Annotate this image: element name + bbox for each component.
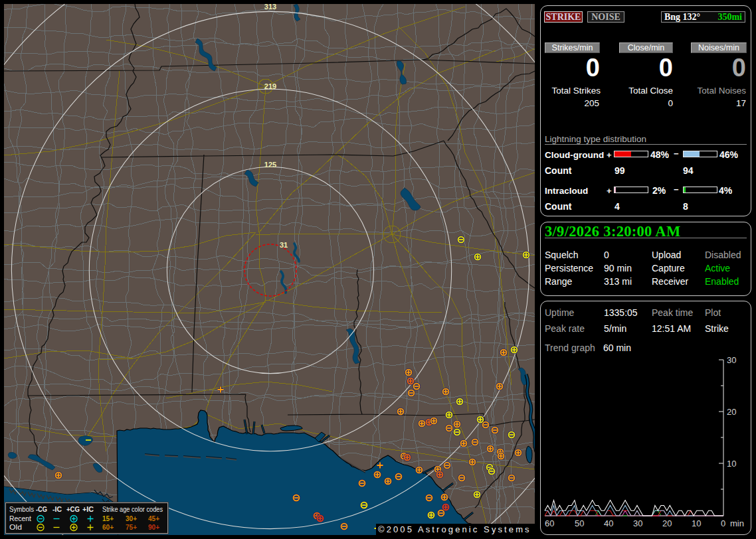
svg-text:15+: 15+: [102, 514, 114, 522]
svg-text:60+: 60+: [102, 523, 114, 531]
svg-text:+CG: +CG: [66, 505, 80, 513]
svg-text:60: 60: [545, 518, 554, 528]
svg-text:10: 10: [727, 459, 736, 469]
svg-text:+IC: +IC: [82, 505, 94, 513]
svg-text:min: min: [730, 518, 744, 528]
svg-text:-CG: -CG: [36, 505, 47, 513]
svg-text:Recent: Recent: [9, 514, 31, 522]
svg-text:Symbols: Symbols: [9, 505, 34, 513]
svg-text:50: 50: [575, 518, 584, 528]
svg-text:30: 30: [727, 355, 736, 365]
svg-text:40: 40: [604, 518, 613, 528]
svg-text:125: 125: [264, 161, 276, 169]
svg-text:20: 20: [727, 407, 736, 417]
svg-text:31: 31: [280, 241, 288, 249]
svg-text:Strike age color codes: Strike age color codes: [102, 505, 163, 513]
svg-text:90+: 90+: [148, 523, 159, 531]
svg-text:10: 10: [692, 518, 701, 528]
svg-text:-IC: -IC: [52, 505, 62, 513]
svg-text:75+: 75+: [126, 523, 137, 531]
svg-text:313: 313: [264, 4, 276, 11]
svg-text:30: 30: [633, 518, 642, 528]
svg-text:30+: 30+: [126, 514, 137, 522]
svg-text:0: 0: [721, 518, 725, 528]
svg-text:219: 219: [264, 82, 276, 90]
svg-text:20: 20: [662, 518, 672, 528]
svg-text:45+: 45+: [148, 514, 159, 522]
svg-text:Old: Old: [9, 523, 22, 531]
